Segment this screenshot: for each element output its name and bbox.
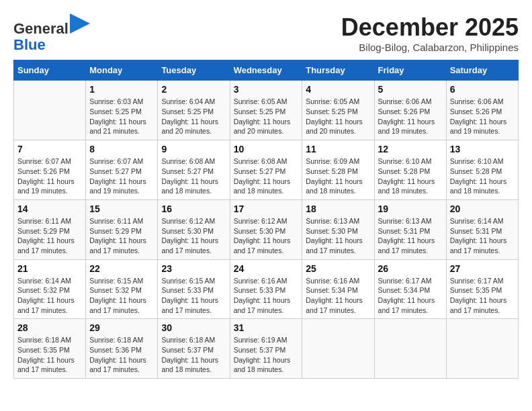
calendar-body: 1Sunrise: 6:03 AM Sunset: 5:25 PM Daylig… — [14, 81, 519, 379]
day-number: 10 — [234, 144, 299, 154]
column-header-thursday: Thursday — [302, 60, 374, 81]
day-info: Sunrise: 6:08 AM Sunset: 5:27 PM Dayligh… — [234, 156, 299, 196]
calendar-cell — [446, 319, 518, 379]
day-number: 20 — [450, 203, 515, 214]
calendar-cell: 23Sunrise: 6:15 AM Sunset: 5:33 PM Dayli… — [158, 259, 230, 319]
day-info: Sunrise: 6:12 AM Sunset: 5:30 PM Dayligh… — [234, 216, 299, 256]
column-header-monday: Monday — [86, 60, 158, 81]
calendar-header-row: SundayMondayTuesdayWednesdayThursdayFrid… — [14, 60, 519, 81]
day-info: Sunrise: 6:11 AM Sunset: 5:29 PM Dayligh… — [89, 216, 154, 256]
calendar-cell: 6Sunrise: 6:06 AM Sunset: 5:26 PM Daylig… — [446, 81, 518, 140]
calendar-cell: 5Sunrise: 6:06 AM Sunset: 5:26 PM Daylig… — [374, 81, 446, 140]
day-number: 4 — [306, 84, 370, 95]
day-info: Sunrise: 6:05 AM Sunset: 5:25 PM Dayligh… — [306, 97, 370, 136]
column-header-sunday: Sunday — [14, 60, 86, 81]
day-number: 22 — [89, 263, 154, 274]
calendar-cell: 10Sunrise: 6:08 AM Sunset: 5:27 PM Dayli… — [230, 140, 302, 200]
calendar-cell: 12Sunrise: 6:10 AM Sunset: 5:28 PM Dayli… — [374, 140, 446, 200]
calendar-cell: 14Sunrise: 6:11 AM Sunset: 5:29 PM Dayli… — [14, 199, 86, 259]
logo-general: General — [13, 20, 69, 37]
day-info: Sunrise: 6:11 AM Sunset: 5:29 PM Dayligh… — [17, 216, 82, 256]
month-title: December 2025 — [341, 13, 519, 42]
day-info: Sunrise: 6:10 AM Sunset: 5:28 PM Dayligh… — [450, 156, 515, 196]
day-number: 28 — [17, 322, 82, 333]
day-number: 16 — [161, 203, 226, 214]
calendar-cell: 18Sunrise: 6:13 AM Sunset: 5:30 PM Dayli… — [302, 199, 374, 259]
day-info: Sunrise: 6:18 AM Sunset: 5:36 PM Dayligh… — [89, 335, 154, 375]
day-number: 2 — [161, 84, 226, 95]
column-header-saturday: Saturday — [446, 60, 518, 81]
day-number: 13 — [450, 144, 515, 154]
day-info: Sunrise: 6:13 AM Sunset: 5:30 PM Dayligh… — [306, 216, 370, 256]
day-number: 17 — [234, 203, 299, 214]
calendar-cell: 26Sunrise: 6:17 AM Sunset: 5:34 PM Dayli… — [374, 259, 446, 319]
day-info: Sunrise: 6:15 AM Sunset: 5:32 PM Dayligh… — [89, 276, 154, 316]
svg-marker-0 — [70, 13, 90, 34]
column-header-tuesday: Tuesday — [158, 60, 230, 81]
day-info: Sunrise: 6:06 AM Sunset: 5:26 PM Dayligh… — [378, 97, 443, 136]
calendar-cell — [302, 319, 374, 379]
day-number: 21 — [17, 263, 82, 274]
calendar-cell: 11Sunrise: 6:09 AM Sunset: 5:28 PM Dayli… — [302, 140, 374, 200]
calendar-cell: 9Sunrise: 6:08 AM Sunset: 5:27 PM Daylig… — [158, 140, 230, 200]
day-number: 30 — [161, 322, 226, 333]
day-number: 18 — [306, 203, 370, 214]
calendar-cell: 15Sunrise: 6:11 AM Sunset: 5:29 PM Dayli… — [86, 199, 158, 259]
day-info: Sunrise: 6:07 AM Sunset: 5:27 PM Dayligh… — [89, 156, 154, 196]
logo: General Blue — [13, 13, 90, 53]
calendar-cell: 31Sunrise: 6:19 AM Sunset: 5:37 PM Dayli… — [230, 319, 302, 379]
calendar-cell: 17Sunrise: 6:12 AM Sunset: 5:30 PM Dayli… — [230, 199, 302, 259]
day-info: Sunrise: 6:15 AM Sunset: 5:33 PM Dayligh… — [161, 276, 226, 316]
day-number: 15 — [89, 203, 154, 214]
calendar-cell: 25Sunrise: 6:16 AM Sunset: 5:34 PM Dayli… — [302, 259, 374, 319]
day-info: Sunrise: 6:04 AM Sunset: 5:25 PM Dayligh… — [161, 97, 226, 136]
calendar-week-3: 14Sunrise: 6:11 AM Sunset: 5:29 PM Dayli… — [14, 199, 519, 259]
calendar-cell: 28Sunrise: 6:18 AM Sunset: 5:35 PM Dayli… — [14, 319, 86, 379]
calendar-cell: 3Sunrise: 6:05 AM Sunset: 5:25 PM Daylig… — [230, 81, 302, 140]
calendar-week-1: 1Sunrise: 6:03 AM Sunset: 5:25 PM Daylig… — [14, 81, 519, 140]
logo-blue: Blue — [13, 36, 46, 53]
day-info: Sunrise: 6:05 AM Sunset: 5:25 PM Dayligh… — [234, 97, 299, 136]
calendar-week-4: 21Sunrise: 6:14 AM Sunset: 5:32 PM Dayli… — [14, 259, 519, 319]
calendar-cell: 2Sunrise: 6:04 AM Sunset: 5:25 PM Daylig… — [158, 81, 230, 140]
calendar-cell: 24Sunrise: 6:16 AM Sunset: 5:33 PM Dayli… — [230, 259, 302, 319]
day-info: Sunrise: 6:06 AM Sunset: 5:26 PM Dayligh… — [450, 97, 515, 136]
day-info: Sunrise: 6:16 AM Sunset: 5:34 PM Dayligh… — [306, 276, 370, 316]
day-number: 23 — [161, 263, 226, 274]
day-info: Sunrise: 6:19 AM Sunset: 5:37 PM Dayligh… — [234, 335, 299, 375]
calendar-cell: 16Sunrise: 6:12 AM Sunset: 5:30 PM Dayli… — [158, 199, 230, 259]
day-number: 29 — [89, 322, 154, 333]
day-number: 6 — [450, 84, 515, 95]
page-header: General Blue December 2025 Bilog-Bilog, … — [13, 13, 519, 53]
calendar-cell: 4Sunrise: 6:05 AM Sunset: 5:25 PM Daylig… — [302, 81, 374, 140]
location: Bilog-Bilog, Calabarzon, Philippines — [341, 42, 519, 53]
column-header-friday: Friday — [374, 60, 446, 81]
day-number: 19 — [378, 203, 443, 214]
calendar-cell: 13Sunrise: 6:10 AM Sunset: 5:28 PM Dayli… — [446, 140, 518, 200]
day-number: 25 — [306, 263, 370, 274]
day-info: Sunrise: 6:09 AM Sunset: 5:28 PM Dayligh… — [306, 156, 370, 196]
day-number: 26 — [378, 263, 443, 274]
calendar-week-2: 7Sunrise: 6:07 AM Sunset: 5:26 PM Daylig… — [14, 140, 519, 200]
day-info: Sunrise: 6:10 AM Sunset: 5:28 PM Dayligh… — [378, 156, 443, 196]
day-number: 27 — [450, 263, 515, 274]
day-info: Sunrise: 6:07 AM Sunset: 5:26 PM Dayligh… — [17, 156, 82, 196]
day-info: Sunrise: 6:14 AM Sunset: 5:32 PM Dayligh… — [17, 276, 82, 316]
day-info: Sunrise: 6:18 AM Sunset: 5:37 PM Dayligh… — [161, 335, 226, 375]
day-info: Sunrise: 6:16 AM Sunset: 5:33 PM Dayligh… — [234, 276, 299, 316]
calendar-cell: 7Sunrise: 6:07 AM Sunset: 5:26 PM Daylig… — [14, 140, 86, 200]
calendar-cell: 19Sunrise: 6:13 AM Sunset: 5:31 PM Dayli… — [374, 199, 446, 259]
day-number: 1 — [89, 84, 154, 95]
calendar-cell — [14, 81, 86, 140]
day-number: 8 — [89, 144, 154, 154]
day-info: Sunrise: 6:03 AM Sunset: 5:25 PM Dayligh… — [89, 97, 154, 136]
day-info: Sunrise: 6:12 AM Sunset: 5:30 PM Dayligh… — [161, 216, 226, 256]
day-number: 24 — [234, 263, 299, 274]
logo-arrow-icon — [70, 13, 90, 34]
day-number: 12 — [378, 144, 443, 154]
calendar-cell — [374, 319, 446, 379]
day-info: Sunrise: 6:17 AM Sunset: 5:34 PM Dayligh… — [378, 276, 443, 316]
day-info: Sunrise: 6:13 AM Sunset: 5:31 PM Dayligh… — [378, 216, 443, 256]
day-number: 7 — [17, 144, 82, 154]
calendar-cell: 27Sunrise: 6:17 AM Sunset: 5:35 PM Dayli… — [446, 259, 518, 319]
